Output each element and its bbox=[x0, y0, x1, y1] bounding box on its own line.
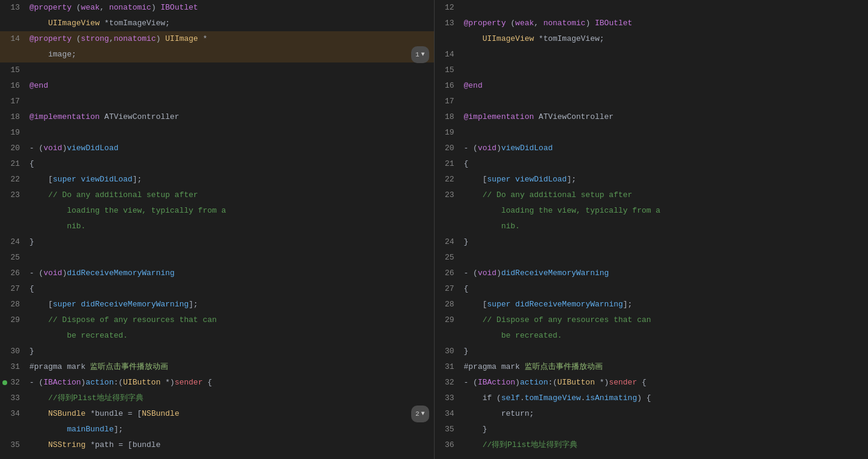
line-content: nib. bbox=[462, 219, 869, 234]
table-row: 21 { bbox=[435, 156, 869, 172]
line-number: 26 bbox=[435, 266, 462, 281]
line-number: 16 bbox=[0, 78, 27, 94]
line-number: 34 bbox=[0, 406, 27, 422]
table-row: 29 // Dispose of any resources that can bbox=[435, 312, 869, 328]
table-row: nib. bbox=[435, 219, 869, 234]
line-number: 23 bbox=[435, 187, 462, 203]
table-row: 26 - (void)didReceiveMemoryWarning bbox=[0, 266, 434, 281]
line-number: 12 bbox=[435, 0, 462, 16]
line-content: UIImageView *tomImageView; bbox=[462, 31, 869, 47]
line-number: 32 bbox=[435, 375, 462, 391]
table-row: 17 bbox=[0, 94, 434, 109]
line-number: 27 bbox=[435, 281, 462, 297]
table-row: 15 bbox=[0, 62, 434, 78]
line-content: } bbox=[462, 422, 869, 437]
table-row: nib. bbox=[0, 219, 434, 234]
left-code-area[interactable]: 13 @property (weak, nonatomic) IBOutlet … bbox=[0, 0, 434, 459]
table-row: 12 bbox=[435, 0, 869, 16]
line-content: loading the view, typically from a bbox=[462, 203, 869, 219]
table-row: 32 - (IBAction)action:(UIButton *)sender… bbox=[435, 375, 869, 391]
line-content: } bbox=[27, 344, 434, 359]
line-content: { bbox=[27, 156, 434, 172]
table-row: 22 [super viewDidLoad]; bbox=[435, 172, 869, 187]
line-content: - (IBAction)action:(UIButton *)sender { bbox=[27, 375, 434, 391]
line-content: [super didReceiveMemoryWarning]; bbox=[27, 297, 434, 312]
table-row: 30 } bbox=[435, 344, 869, 359]
line-number: 15 bbox=[435, 62, 462, 78]
line-content: { bbox=[462, 156, 869, 172]
table-row: 29 // Dispose of any resources that can bbox=[0, 312, 434, 328]
line-number: 35 bbox=[435, 422, 462, 437]
line-content: - (void)viewDidLoad bbox=[27, 141, 434, 156]
line-number: 20 bbox=[435, 141, 462, 156]
table-row: 35 } bbox=[435, 422, 869, 437]
line-content: // Do any additional setup after bbox=[462, 187, 869, 203]
line-content: UIImageView *tomImageView; bbox=[27, 16, 434, 31]
line-number: 20 bbox=[0, 141, 27, 156]
diff-badge-1[interactable]: 1 ▼ bbox=[411, 46, 429, 63]
diff-badge-2[interactable]: 2 ▼ bbox=[411, 406, 429, 422]
line-content: loading the view, typically from a bbox=[27, 203, 434, 219]
table-row: 33 if (self.tomImageView.isAnimating) { bbox=[435, 391, 869, 406]
table-row: 14 bbox=[435, 47, 869, 62]
line-content: #pragma mark 监听点击事件播放动画 bbox=[462, 359, 869, 375]
table-row: 16 @end bbox=[0, 78, 434, 94]
table-row: 20 - (void)viewDidLoad bbox=[0, 141, 434, 156]
left-pane: 13 @property (weak, nonatomic) IBOutlet … bbox=[0, 0, 435, 459]
line-number: 30 bbox=[435, 344, 462, 359]
table-row: 25 bbox=[435, 250, 869, 266]
table-row: 14 @property (strong,nonatomic) UIImage … bbox=[0, 31, 434, 47]
table-row: 13 @property (weak, nonatomic) IBOutlet bbox=[0, 0, 434, 16]
line-content: image; bbox=[27, 47, 434, 62]
line-content: //得到Plist地址得到字典 bbox=[462, 437, 869, 453]
table-row: 36 //得到Plist地址得到字典 bbox=[435, 437, 869, 453]
line-content: @property (weak, nonatomic) IBOutlet bbox=[462, 16, 869, 31]
line-number: 34 bbox=[435, 406, 462, 422]
line-content: @property (strong,nonatomic) UIImage * bbox=[27, 31, 434, 47]
table-row: 31 #pragma mark 监听点击事件播放动画 bbox=[435, 359, 869, 375]
line-number: 35 bbox=[0, 437, 27, 453]
line-content: { bbox=[462, 281, 869, 297]
line-number: 36 bbox=[435, 437, 462, 453]
line-number: 33 bbox=[435, 391, 462, 406]
line-content: NSString *path = [bundle bbox=[27, 437, 434, 453]
table-row: 30 } bbox=[0, 344, 434, 359]
table-row: 15 bbox=[435, 62, 869, 78]
line-content: } bbox=[27, 234, 434, 250]
line-content: - (void)didReceiveMemoryWarning bbox=[462, 266, 869, 281]
table-row: 19 bbox=[0, 125, 434, 141]
editor-container: 13 @property (weak, nonatomic) IBOutlet … bbox=[0, 0, 868, 459]
right-code-area[interactable]: 12 13 @property (weak, nonatomic) IBOutl… bbox=[435, 0, 869, 459]
table-row: 20 - (void)viewDidLoad bbox=[435, 141, 869, 156]
line-content: @end bbox=[462, 78, 869, 94]
line-number: 24 bbox=[0, 234, 27, 250]
line-content: //得到Plist地址得到字典 bbox=[27, 391, 434, 406]
line-content: - (void)didReceiveMemoryWarning bbox=[27, 266, 434, 281]
table-row: 19 bbox=[435, 125, 869, 141]
table-row: be recreated. bbox=[0, 328, 434, 344]
line-number: 31 bbox=[435, 359, 462, 375]
breakpoint-indicator bbox=[2, 380, 7, 385]
line-content: @implementation ATViewController bbox=[462, 109, 869, 125]
table-row: 16 @end bbox=[435, 78, 869, 94]
line-number: 18 bbox=[435, 109, 462, 125]
table-row: 32 - (IBAction)action:(UIButton *)sender… bbox=[0, 375, 434, 391]
line-number: 23 bbox=[0, 187, 27, 203]
table-row: mainBundle]; bbox=[0, 422, 434, 437]
line-content: { bbox=[27, 281, 434, 297]
line-content: } bbox=[462, 234, 869, 250]
line-number: 27 bbox=[0, 281, 27, 297]
line-content: return; bbox=[462, 406, 869, 422]
line-content: [super viewDidLoad]; bbox=[27, 172, 434, 187]
table-row: 34 NSBundle *bundle = [NSBundle 2 ▼ bbox=[0, 406, 434, 422]
table-row: UIImageView *tomImageView; bbox=[0, 16, 434, 31]
table-row: 24 } bbox=[0, 234, 434, 250]
line-number: 19 bbox=[435, 125, 462, 141]
line-content: } bbox=[462, 344, 869, 359]
table-row: 28 [super didReceiveMemoryWarning]; bbox=[0, 297, 434, 312]
table-row: UIImageView *tomImageView; bbox=[435, 31, 869, 47]
line-number: 30 bbox=[0, 344, 27, 359]
line-number: 25 bbox=[435, 250, 462, 266]
line-content: mainBundle]; bbox=[27, 422, 434, 437]
line-number: 26 bbox=[0, 266, 27, 281]
